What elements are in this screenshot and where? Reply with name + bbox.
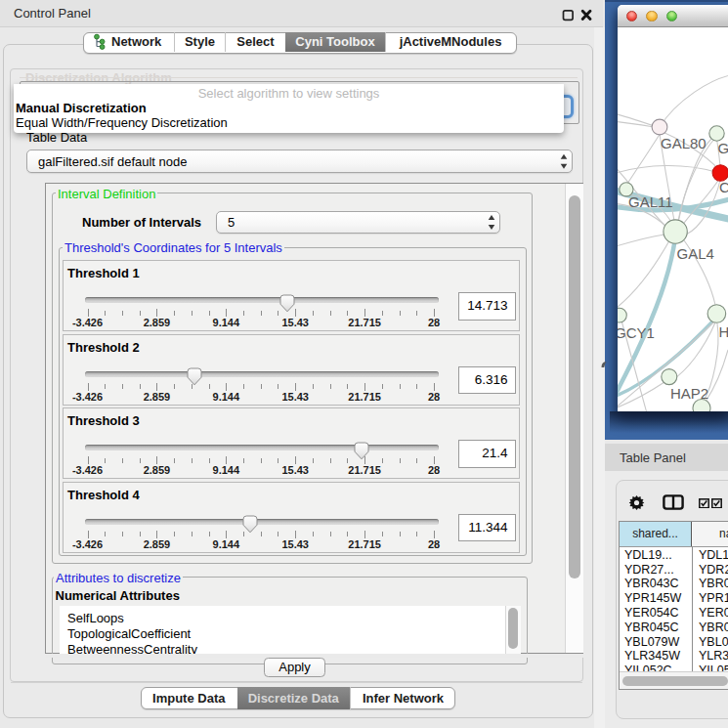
svg-text:GCY1: GCY1	[618, 324, 655, 341]
svg-text:HAP2: HAP2	[670, 385, 708, 402]
svg-text:GAL: GAL	[718, 140, 728, 156]
svg-text:GAL4: GAL4	[677, 245, 714, 262]
svg-text:C: C	[719, 179, 728, 195]
svg-text:H: H	[719, 323, 728, 340]
svg-text:GAL11: GAL11	[628, 193, 673, 210]
svg-text:GAL80: GAL80	[661, 135, 707, 151]
